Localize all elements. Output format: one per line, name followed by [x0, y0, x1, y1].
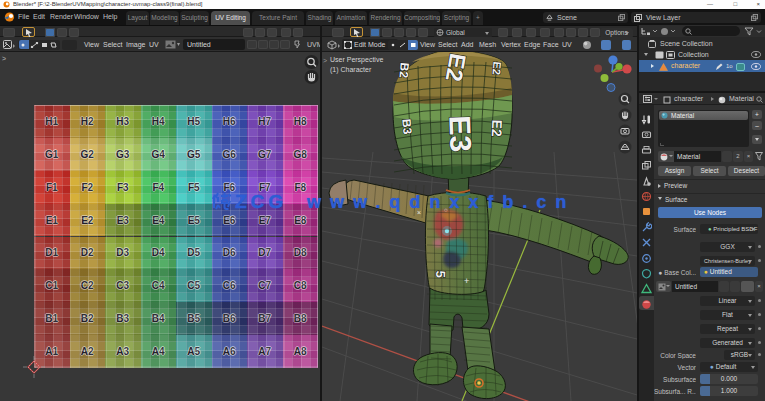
svg-text:+: + — [464, 276, 469, 286]
svg-text:B2: B2 — [396, 62, 411, 79]
svg-text:User Perspective: User Perspective — [330, 56, 383, 64]
svg-text:>: > — [323, 57, 327, 64]
svg-text:E2: E2 — [441, 52, 471, 84]
svg-text:ZCG: ZCG — [235, 191, 287, 212]
svg-text:E2: E2 — [489, 119, 506, 137]
svg-text:B3: B3 — [399, 118, 414, 135]
svg-text:5: 5 — [433, 270, 448, 278]
svg-text:E2: E2 — [490, 61, 503, 75]
svg-text:E3: E3 — [443, 115, 477, 153]
svg-text:(1) Character: (1) Character — [330, 66, 372, 74]
